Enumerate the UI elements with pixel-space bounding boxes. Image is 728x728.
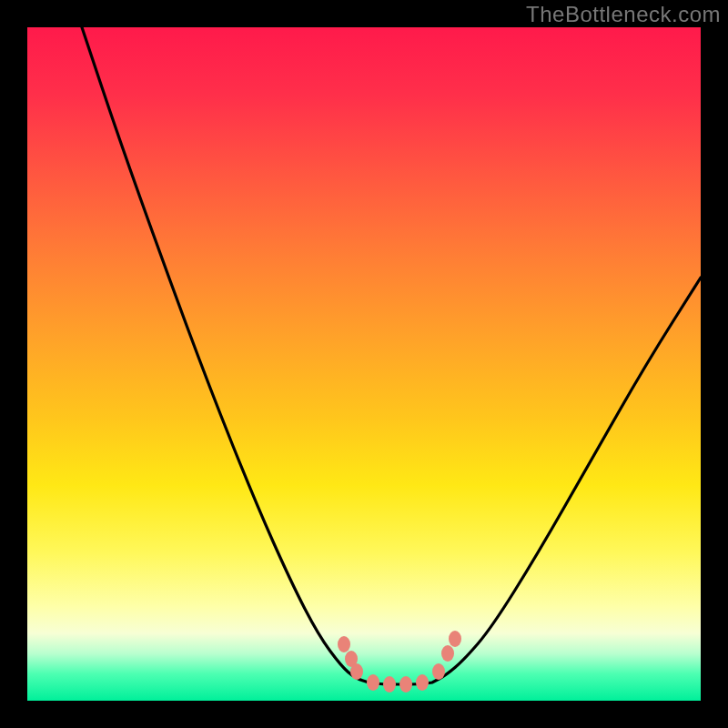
curve-layer <box>27 27 701 701</box>
marker-dot <box>350 663 363 680</box>
marker-dot <box>441 645 454 662</box>
watermark-text: TheBottleneck.com <box>526 2 721 27</box>
marker-dot <box>383 676 396 693</box>
marker-dot <box>416 674 429 691</box>
marker-dot <box>338 636 350 652</box>
marker-dot <box>432 663 445 680</box>
curve-path <box>82 27 701 684</box>
plot-area <box>27 27 701 701</box>
marker-dot <box>367 674 379 691</box>
marker-dot <box>449 631 461 647</box>
chart-frame: TheBottleneck.com <box>0 0 728 728</box>
marker-dot <box>399 676 412 693</box>
